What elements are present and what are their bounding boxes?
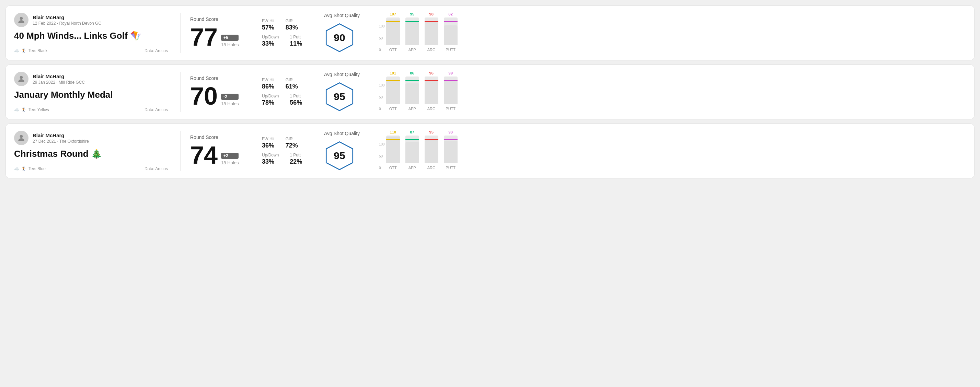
hexagon: 90 (324, 22, 355, 53)
bar-container-app (406, 76, 419, 104)
score-diff-badge: +2 (221, 153, 239, 159)
bar-marker-ott (386, 80, 400, 81)
bar-container-arg (425, 135, 438, 163)
weather-icon: ☁️ (14, 107, 19, 112)
divider-1 (180, 13, 181, 53)
hexagon: 95 (324, 81, 355, 112)
stat-row-bottom: Up/Down 33% 1 Putt 11% (262, 35, 307, 48)
bar-group-putt: 93 PUTT (444, 130, 458, 170)
bar-container-app (406, 135, 419, 163)
hexagon: 95 (324, 140, 355, 171)
updown-label: Up/Down (262, 153, 279, 157)
stat-row-top: FW Hit 36% GIR 72% (262, 136, 307, 149)
updown-value: 33% (262, 40, 279, 48)
stat-row-bottom: Up/Down 33% 1 Putt 22% (262, 153, 307, 165)
score-badge-wrap: +5 18 Holes (221, 35, 239, 49)
bar-label-putt: PUTT (445, 107, 455, 111)
divider-1 (180, 131, 181, 171)
hexagon-wrap: 90 (324, 22, 355, 53)
stat-row-top: FW Hit 57% GIR 83% (262, 19, 307, 31)
bar-group-app: 87 APP (406, 130, 419, 170)
data-source: Data: Arccos (145, 48, 168, 53)
stats-section: FW Hit 57% GIR 83% Up/Down 33% 1 Putt (254, 13, 315, 53)
fw-hit-stat: FW Hit 36% (262, 136, 275, 149)
gir-value: 83% (286, 24, 298, 31)
bar-label-ott: OTT (389, 48, 397, 52)
hexagon-wrap: 95 (324, 81, 355, 112)
bar-value-putt: 99 (449, 71, 453, 75)
bar-label-arg: ARG (427, 107, 436, 111)
footer-info: ☁️ 🏌️ Tee: Black Data: Arccos (14, 48, 168, 53)
round-title: January Monthly Medal (14, 90, 168, 100)
bar-value-arg: 95 (430, 130, 434, 134)
bag-icon: 🏌️ (21, 107, 26, 112)
left-section-3: Blair McHarg 27 Dec 2021 · The Oxfordshi… (14, 131, 179, 171)
quality-section: Avg Shot Quality 95 (318, 131, 374, 171)
bar-container-putt (444, 135, 458, 163)
gir-label: GIR (286, 19, 298, 23)
updown-stat: Up/Down 78% (262, 94, 279, 106)
gir-stat: GIR 72% (286, 136, 298, 149)
score-section: Round Score 74 +2 18 Holes (182, 131, 251, 171)
holes-label: 18 Holes (221, 42, 239, 48)
user-meta: 12 Feb 2022 · Royal North Devon GC (33, 21, 101, 26)
quality-section: Avg Shot Quality 95 (318, 72, 374, 112)
score-row: 70 -2 18 Holes (190, 84, 242, 108)
divider-1 (180, 72, 181, 112)
round-card-2: Blair McHarg 29 Jan 2022 · Mill Ride GCC… (5, 65, 975, 119)
svg-point-0 (20, 17, 23, 20)
updown-stat: Up/Down 33% (262, 35, 279, 48)
bar-value-app: 86 (410, 71, 414, 75)
bar-label-arg: ARG (427, 166, 436, 170)
chart-section: 100 50 0 101 OTT 86 APP (374, 72, 966, 112)
fw-hit-value: 36% (262, 142, 275, 149)
score-section: Round Score 77 +5 18 Holes (182, 13, 251, 53)
score-badge-wrap: +2 18 Holes (221, 153, 239, 167)
quality-label: Avg Shot Quality (324, 131, 360, 136)
data-source: Data: Arccos (145, 107, 168, 112)
bar-marker-putt (444, 80, 458, 81)
bar-container-ott (386, 135, 400, 163)
bar-label-putt: PUTT (445, 48, 455, 52)
divider-3 (317, 131, 317, 171)
bar-container-ott (386, 17, 400, 45)
bar-group-app: 86 APP (406, 71, 419, 111)
bar-fill-arg (425, 81, 438, 104)
bar-fill-app (406, 83, 419, 104)
bar-group-ott: 110 OTT (386, 130, 400, 170)
bar-group-putt: 82 PUTT (444, 12, 458, 52)
quality-section: Avg Shot Quality 90 (318, 13, 374, 53)
bar-label-app: APP (409, 107, 416, 111)
bar-group-arg: 95 ARG (425, 130, 438, 170)
bar-marker-arg (425, 80, 438, 81)
quality-score: 95 (334, 150, 345, 162)
tee-info: ☁️ 🏌️ Tee: Black (14, 48, 48, 53)
bar-marker-ott (386, 139, 400, 140)
bag-icon: 🏌️ (21, 167, 26, 171)
user-header: Blair McHarg 29 Jan 2022 · Mill Ride GCC (14, 72, 168, 86)
stat-row-top: FW Hit 86% GIR 61% (262, 78, 307, 90)
bar-marker-putt (444, 139, 458, 140)
bar-marker-app (406, 21, 419, 22)
user-info: Blair McHarg 12 Feb 2022 · Royal North D… (33, 14, 101, 26)
footer-info: ☁️ 🏌️ Tee: Blue Data: Arccos (14, 167, 168, 171)
weather-icon: ☁️ (14, 48, 19, 53)
user-name: Blair McHarg (33, 73, 85, 79)
bar-label-arg: ARG (427, 48, 436, 52)
user-meta: 27 Dec 2021 · The Oxfordshire (33, 139, 89, 144)
bar-fill-ott (386, 19, 400, 45)
round-title: Christmas Round 🎄 (14, 149, 168, 159)
bar-container-arg (425, 76, 438, 104)
bar-fill-putt (444, 80, 458, 104)
bar-group-arg: 98 ARG (425, 12, 438, 52)
oneputt-stat: 1 Putt 22% (290, 153, 302, 165)
weather-icon: ☁️ (14, 167, 19, 171)
bar-fill-ott (386, 80, 400, 104)
score-label: Round Score (190, 16, 242, 22)
bar-group-ott: 107 OTT (386, 12, 400, 52)
fw-hit-stat: FW Hit 86% (262, 78, 275, 90)
tee-info: ☁️ 🏌️ Tee: Blue (14, 167, 46, 171)
left-section-2: Blair McHarg 29 Jan 2022 · Mill Ride GCC… (14, 72, 179, 112)
updown-value: 33% (262, 158, 279, 165)
score-section: Round Score 70 -2 18 Holes (182, 72, 251, 112)
